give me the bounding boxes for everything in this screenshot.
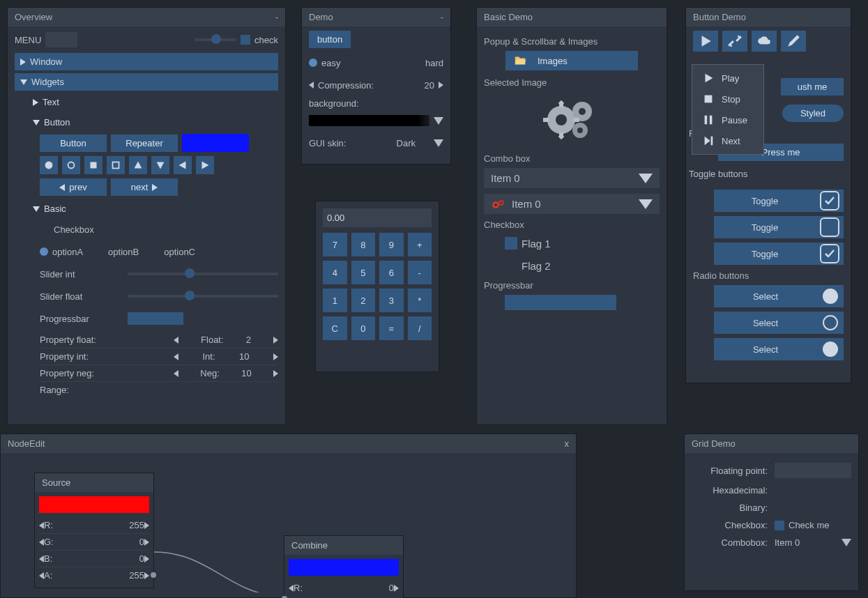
slider-float[interactable]: [128, 295, 278, 298]
arrow-right-icon[interactable]: [273, 353, 278, 360]
gui-skin-val[interactable]: Dark: [397, 138, 416, 148]
check-me-checkbox[interactable]: [775, 521, 784, 530]
circle-fill-icon[interactable]: [40, 156, 58, 174]
toggle-2[interactable]: Toggle: [714, 216, 844, 238]
triangle-down-icon[interactable]: [151, 156, 169, 174]
menu-pause[interactable]: Pause: [692, 109, 763, 130]
minimize-icon[interactable]: -: [275, 12, 278, 22]
prev-button[interactable]: prev: [40, 178, 107, 196]
select-1[interactable]: Select: [714, 285, 844, 307]
calc-key--[interactable]: -: [408, 261, 432, 284]
arrow-left-icon[interactable]: [174, 337, 178, 344]
source-node-title[interactable]: Source: [35, 473, 153, 492]
calc-key-7[interactable]: 7: [323, 233, 347, 256]
background-color[interactable]: [309, 115, 429, 126]
arrow-left-icon[interactable]: [39, 522, 44, 529]
arrow-right-icon[interactable]: [394, 585, 399, 592]
option-b-label[interactable]: optionB: [108, 247, 139, 257]
combo-box-1[interactable]: Item 0: [484, 168, 660, 188]
close-button[interactable]: x: [565, 438, 570, 449]
flag1-checkbox[interactable]: [505, 237, 517, 250]
calc-key-9[interactable]: 9: [379, 233, 404, 256]
range-label: Range:: [40, 385, 69, 395]
prop-neg-stepper[interactable]: Neg: 10: [174, 368, 278, 378]
images-button[interactable]: Images: [505, 51, 638, 70]
flag2-label[interactable]: Flag 2: [521, 260, 551, 272]
arrow-left-icon[interactable]: [309, 82, 314, 89]
calc-key-8[interactable]: 8: [351, 233, 376, 256]
output-port[interactable]: [151, 572, 156, 578]
toggle-1[interactable]: Toggle: [714, 190, 844, 212]
cloud-button[interactable]: [752, 31, 777, 52]
menu-field[interactable]: [45, 32, 77, 47]
button-btn[interactable]: Button: [40, 135, 107, 152]
tree-window[interactable]: Window: [15, 53, 278, 70]
calc-key-2[interactable]: 2: [351, 289, 376, 312]
menu-stop[interactable]: Stop: [692, 89, 763, 109]
calc-key-+[interactable]: +: [408, 233, 432, 256]
tree-widgets[interactable]: Widgets: [15, 73, 278, 91]
menu-play[interactable]: Play: [692, 68, 763, 89]
calc-key-0[interactable]: 0: [351, 316, 376, 340]
arrow-left-icon[interactable]: [39, 572, 44, 579]
option-a-radio[interactable]: [40, 247, 48, 256]
triangle-up-icon[interactable]: [129, 156, 147, 174]
triangle-right-icon[interactable]: [196, 156, 214, 174]
tree-text[interactable]: Text: [27, 93, 278, 111]
tree-button[interactable]: Button: [27, 114, 278, 131]
calc-key-=[interactable]: =: [379, 316, 404, 340]
next-button[interactable]: next: [111, 178, 178, 196]
calc-key-*[interactable]: *: [408, 289, 432, 312]
circle-outline-icon[interactable]: [62, 156, 80, 174]
chevron-down-icon[interactable]: [434, 117, 443, 125]
easy-radio[interactable]: [309, 59, 317, 67]
arrow-left-icon[interactable]: [174, 370, 178, 377]
arrow-left-icon[interactable]: [39, 539, 44, 546]
combo-box-2[interactable]: Item 0: [484, 194, 660, 214]
prop-int-stepper[interactable]: Int: 10: [174, 351, 278, 362]
arrow-right-icon[interactable]: [144, 555, 149, 562]
arrow-left-icon[interactable]: [289, 585, 294, 592]
arrow-left-icon[interactable]: [39, 555, 44, 562]
combine-node-title[interactable]: Combine: [284, 536, 403, 555]
demo-button[interactable]: button: [309, 31, 351, 48]
arrow-right-icon[interactable]: [273, 370, 278, 377]
calc-key-5[interactable]: 5: [351, 261, 376, 284]
prop-float-stepper[interactable]: Float: 2: [174, 335, 278, 345]
tree-basic[interactable]: Basic: [27, 200, 278, 217]
slider-int[interactable]: [128, 273, 278, 275]
push-me-button[interactable]: ush me: [781, 78, 844, 95]
calc-key-3[interactable]: 3: [379, 289, 404, 312]
arrow-right-icon[interactable]: [144, 522, 149, 529]
calc-key-/[interactable]: /: [408, 316, 432, 340]
hard-label[interactable]: hard: [425, 58, 443, 68]
select-2[interactable]: Select: [714, 312, 844, 334]
arrow-right-icon[interactable]: [144, 572, 149, 579]
calc-key-C[interactable]: C: [323, 316, 347, 340]
check-checkbox[interactable]: [241, 35, 250, 45]
repeater-btn[interactable]: Repeater: [111, 135, 178, 152]
minimize-icon[interactable]: -: [441, 12, 443, 22]
arrow-left-icon[interactable]: [174, 353, 178, 360]
arrow-right-icon[interactable]: [273, 337, 278, 344]
tools-button[interactable]: [722, 31, 747, 52]
styled-button[interactable]: Styled: [782, 105, 844, 122]
arrow-right-icon[interactable]: [144, 539, 149, 546]
option-c-label[interactable]: optionC: [164, 247, 195, 257]
square-fill-icon[interactable]: [84, 156, 102, 174]
toggle-3[interactable]: Toggle: [714, 243, 844, 265]
calc-key-4[interactable]: 4: [323, 261, 347, 284]
play-button[interactable]: [693, 31, 718, 52]
square-outline-icon[interactable]: [107, 156, 125, 174]
color-swatch-blue[interactable]: [182, 134, 249, 152]
pen-button[interactable]: [781, 31, 806, 52]
triangle-left-icon[interactable]: [174, 156, 192, 174]
calc-key-6[interactable]: 6: [379, 261, 404, 284]
menu-next[interactable]: Next: [692, 130, 763, 151]
floating-input[interactable]: [775, 463, 851, 478]
grid-combobox[interactable]: Item 0: [775, 537, 851, 548]
arrow-right-icon[interactable]: [439, 82, 443, 89]
select-3[interactable]: Select: [714, 338, 844, 360]
calc-key-1[interactable]: 1: [323, 289, 347, 312]
chevron-down-icon[interactable]: [434, 139, 443, 147]
